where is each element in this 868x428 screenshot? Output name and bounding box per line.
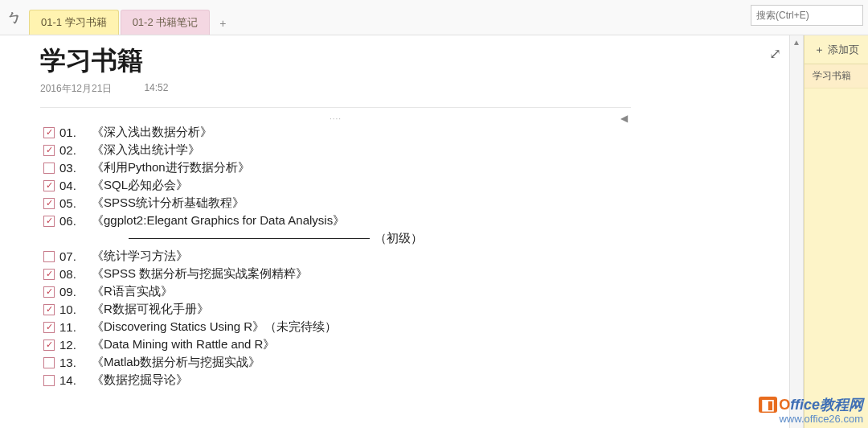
checkbox[interactable]: ✓ [43, 304, 55, 315]
item-title: 《数据挖掘导论》 [92, 372, 188, 388]
list-item[interactable]: ✓12.《Data Mining with Rattle and R》 [40, 337, 631, 352]
app-icon: ㄅ [0, 0, 29, 35]
item-title: 《统计学习方法》 [92, 249, 188, 264]
list-item[interactable]: 03.《利用Python进行数据分析》 [40, 160, 631, 175]
item-title: 《SPSS 数据分析与挖掘实战案例精粹》 [92, 266, 308, 282]
main: ⤢ 学习书籍 2016年12月21日 14:52 ···· ◀ ✓01.《深入浅… [0, 35, 868, 428]
add-tab-button[interactable]: + [211, 12, 234, 35]
item-title: 《SQL必知必会》 [92, 178, 188, 193]
item-title: 《深入浅出数据分析》 [92, 125, 212, 140]
checkbox[interactable]: ✓ [43, 127, 55, 138]
checkbox[interactable]: ✓ [43, 180, 55, 191]
watermark-brand-o: O [779, 397, 790, 413]
sidebar-page-item[interactable]: 学习书籍 [805, 64, 868, 88]
item-number: 09. [59, 285, 80, 298]
watermark: ◧Office教程网 www.office26.com [759, 397, 863, 425]
list-item[interactable]: ✓04.《SQL必知必会》 [40, 178, 631, 193]
checkbox[interactable]: ✓ [43, 145, 55, 156]
item-number: 13. [59, 356, 80, 369]
item-number: 03. [59, 161, 80, 175]
watermark-logo-icon: ◧ [759, 397, 777, 413]
topbar: ㄅ 01-1 学习书籍01-2 书籍笔记+ [0, 0, 868, 35]
list-item[interactable]: ✓09.《R语言实战》 [40, 284, 631, 299]
page-title[interactable]: 学习书籍 [40, 43, 775, 79]
plus-icon: ＋ [814, 43, 825, 57]
item-number: 12. [59, 338, 80, 352]
item-number: 02. [59, 143, 80, 157]
item-number: 10. [59, 302, 80, 316]
list-item[interactable]: ✓11.《Discovering Statics Using R》（未完待续） [40, 319, 631, 335]
item-title: 《ggplot2:Elegant Graphics for Data Analy… [92, 213, 345, 228]
item-number: 11. [59, 320, 80, 334]
drag-handle[interactable]: ···· [40, 114, 631, 122]
page-meta: 2016年12月21日 14:52 [40, 82, 775, 96]
search-input[interactable] [751, 5, 863, 26]
divider-line [129, 238, 370, 239]
item-title: 《利用Python进行数据分析》 [92, 160, 250, 175]
list-item[interactable]: ✓10.《R数据可视化手册》 [40, 302, 631, 317]
item-title: 《R语言实战》 [92, 284, 173, 299]
item-number: 07. [59, 249, 80, 263]
checkbox[interactable]: ✓ [43, 286, 55, 298]
list-item[interactable]: ✓01.《深入浅出数据分析》 [40, 125, 631, 140]
add-page-button[interactable]: ＋ 添加页 [805, 35, 868, 64]
item-title: 《R数据可视化手册》 [92, 302, 209, 317]
item-number: 01. [59, 126, 80, 139]
content-area: ⤢ 学习书籍 2016年12月21日 14:52 ···· ◀ ✓01.《深入浅… [0, 35, 789, 428]
page-time: 14:52 [144, 82, 168, 96]
scroll-up-icon[interactable]: ▲ [792, 35, 800, 48]
list-item[interactable]: 14.《数据挖掘导论》 [40, 372, 631, 388]
checkbox[interactable] [43, 357, 55, 368]
list-item[interactable]: ✓02.《深入浅出统计学》 [40, 142, 631, 158]
item-number: 05. [59, 196, 80, 210]
item-number: 04. [59, 179, 80, 192]
watermark-brand-text: ffice教程网 [790, 397, 863, 413]
list-item[interactable]: 13.《Matlab数据分析与挖掘实战》 [40, 355, 631, 370]
checkbox[interactable] [43, 251, 55, 262]
item-number: 08. [59, 267, 80, 281]
item-title: 《Discovering Statics Using R》（未完待续） [92, 319, 337, 335]
checkbox[interactable]: ✓ [43, 322, 55, 333]
checkbox[interactable]: ✓ [43, 216, 55, 227]
add-page-label: 添加页 [828, 43, 859, 57]
list-item[interactable]: ✓06.《ggplot2:Elegant Graphics for Data A… [40, 213, 631, 228]
list-item[interactable]: ✓08.《SPSS 数据分析与挖掘实战案例精粹》 [40, 266, 631, 282]
list-item[interactable]: ✓05.《SPSS统计分析基础教程》 [40, 195, 631, 211]
item-number: 06. [59, 214, 80, 228]
divider-label: （初级） [375, 231, 423, 246]
sidebar: ＋ 添加页 学习书籍 [804, 35, 868, 428]
checkbox[interactable] [43, 375, 55, 386]
checkbox[interactable]: ✓ [43, 340, 55, 351]
checkbox[interactable]: ✓ [43, 269, 55, 280]
checkbox[interactable] [43, 163, 55, 174]
item-number: 14. [59, 373, 80, 387]
checkbox[interactable]: ✓ [43, 198, 55, 209]
item-title: 《SPSS统计分析基础教程》 [92, 195, 244, 211]
checklist: ✓01.《深入浅出数据分析》✓02.《深入浅出统计学》03.《利用Python进… [40, 125, 631, 388]
item-title: 《深入浅出统计学》 [92, 142, 200, 158]
tabs-container: 01-1 学习书籍01-2 书籍笔记+ [29, 0, 751, 35]
scrollbar[interactable]: ▲ [789, 35, 804, 428]
note-container[interactable]: ···· ◀ ✓01.《深入浅出数据分析》✓02.《深入浅出统计学》03.《利用… [40, 107, 631, 388]
page-date: 2016年12月21日 [40, 82, 112, 96]
collapse-icon[interactable]: ◀ [620, 113, 628, 124]
item-title: 《Data Mining with Rattle and R》 [92, 337, 275, 352]
tab-0[interactable]: 01-1 学习书籍 [29, 10, 119, 35]
item-title: 《Matlab数据分析与挖掘实战》 [92, 355, 260, 370]
watermark-url: www.office26.com [759, 414, 863, 425]
expand-icon[interactable]: ⤢ [769, 45, 781, 63]
list-item[interactable]: 07.《统计学习方法》 [40, 249, 631, 264]
tab-1[interactable]: 01-2 书籍笔记 [121, 10, 211, 35]
section-divider: （初级） [129, 231, 631, 246]
